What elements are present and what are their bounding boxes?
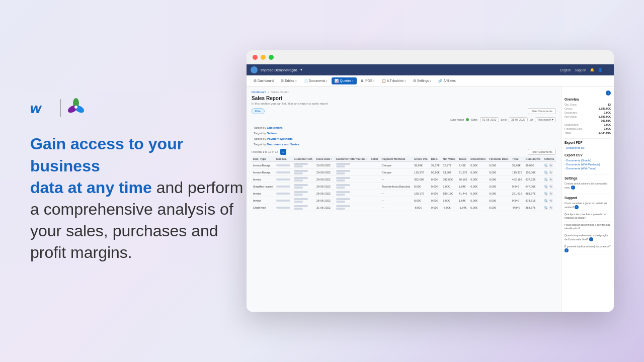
bell-icon[interactable]: 🔔	[590, 68, 594, 72]
target-payment-methods[interactable]: Target by Payment Methods	[252, 136, 556, 141]
cell-seller	[369, 183, 380, 190]
cell-disc: 0,00€	[430, 204, 441, 211]
support-q4[interactable]: Quando é que devo usar a designação de C…	[565, 234, 611, 243]
export-csv-simple-link[interactable]: - Documents (Simple)	[565, 159, 611, 162]
support-q5[interactable]: É possível duplicar (clonar) documentos?…	[565, 245, 611, 254]
filter-documents-btn[interactable]: Filter Documents	[528, 108, 556, 114]
cell-customer-ref	[292, 204, 315, 211]
table-row: Invoice 28-08-2022 — 8,00€ 0,00€ 8,00€ 1…	[252, 197, 556, 204]
col-actions: Actions	[542, 156, 556, 162]
cell-total: -9,84€	[511, 204, 524, 211]
cell-date: 28-08-2022	[315, 197, 335, 204]
date-preset-select[interactable]: This month ▾	[535, 117, 556, 122]
view-action[interactable]: 🔍	[544, 170, 548, 174]
view-action[interactable]: 🔍	[544, 206, 548, 210]
cell-customer-info	[335, 169, 370, 176]
lang-selector[interactable]: English	[560, 68, 571, 72]
edit-action[interactable]: ✎	[549, 199, 553, 203]
nav-tributorio[interactable]: 📋 A Tributório ▾	[379, 77, 409, 84]
cell-taxes: 1,84€	[457, 183, 469, 190]
col-customer-ref: Customer Ref.	[292, 156, 315, 162]
cell-gross: 8,00€	[413, 183, 430, 190]
view-action[interactable]: 🔍	[544, 185, 548, 189]
nav-affiliates[interactable]: 🔗 Affiliates	[435, 77, 458, 84]
sidebar-total-row: Total: 1.424,95€	[565, 131, 611, 134]
nav-dashboard[interactable]: ⊞ Dashboard	[251, 77, 277, 84]
filter-tag[interactable]: Filter	[252, 108, 265, 114]
support-q1[interactable]: Como consultar a gerar um extrato de ven…	[565, 202, 611, 211]
settings-section: Settings Choose which columns do you wan…	[565, 176, 611, 190]
cell-date: 28-08-2022	[315, 183, 335, 190]
view-action[interactable]: 🔍	[544, 192, 548, 196]
cell-date: 28-08-2022	[315, 176, 335, 183]
info-button[interactable]: i	[606, 90, 611, 96]
more-icon[interactable]: ⋮	[606, 68, 610, 72]
date-start-input[interactable]: 01-08-2022	[480, 117, 499, 122]
cell-payment: Cheque	[380, 169, 413, 176]
close-button[interactable]	[253, 55, 258, 60]
nav-tables[interactable]: ⊞ Tables ▾	[278, 77, 300, 84]
minimize-button[interactable]	[261, 55, 266, 60]
col-payment: Payment Methods	[380, 156, 413, 162]
edit-action[interactable]: ✎	[549, 177, 553, 182]
cell-net: 392,00€	[441, 176, 457, 183]
edit-action[interactable]: ✎	[549, 170, 553, 174]
target-customers[interactable]: Target by Customers	[252, 125, 556, 130]
page-number[interactable]: 1	[280, 149, 286, 155]
edit-action[interactable]: ✎	[549, 163, 553, 167]
cell-ded: 0,00€	[469, 197, 488, 204]
filter-documents-btn2[interactable]: Filter Documents	[528, 149, 556, 155]
col-gross: Gross Vol.	[413, 156, 430, 162]
cell-payment: Transferência Bancária	[380, 183, 413, 190]
target-sellers[interactable]: Target by Sellers	[252, 131, 556, 136]
export-pdf-title: Export PDF	[565, 141, 611, 144]
nav-settings[interactable]: ⚙ Settings ▾	[410, 77, 435, 84]
support-q3[interactable]: Posso passar documentos a clientes não i…	[565, 223, 611, 232]
chevron-down-icon: ▾	[430, 79, 431, 82]
breadcrumb: Dashboard / Sales Report	[252, 90, 556, 94]
edit-action[interactable]: ✎	[549, 192, 553, 196]
export-pdf-docs-link[interactable]: - Documents list	[565, 146, 611, 149]
cell-ded: 0,00€	[469, 169, 488, 176]
svg-point-4	[74, 106, 77, 109]
view-action[interactable]: 🔍	[544, 163, 548, 167]
breadcrumb-dashboard[interactable]: Dashboard	[252, 90, 266, 94]
app-navbar: ⊞ Dashboard ⊞ Tables ▾ 📄 Documents ▾ 📊 Q…	[247, 75, 614, 86]
cell-payment: —	[380, 176, 413, 183]
cell-net: 180,17€	[441, 190, 457, 197]
date-end-input[interactable]: 31-08-2022	[509, 117, 528, 122]
edit-action[interactable]: ✎	[549, 185, 553, 189]
date-active-indicator	[466, 118, 469, 121]
export-csv-products-link[interactable]: - Documents (With Products)	[565, 163, 611, 166]
cell-customer-ref	[292, 190, 315, 197]
col-fin: Financial Disc.	[488, 156, 511, 162]
cell-customer-info	[335, 204, 370, 211]
table-row: Invoice 28-08-2022 — 180,17€ 0,00€ 180,1…	[252, 190, 556, 197]
maximize-button[interactable]	[269, 55, 274, 60]
net-value: 1.583,90€	[599, 115, 611, 118]
browser-titlebar	[247, 50, 614, 64]
cell-seller	[369, 169, 380, 176]
cell-doc-no	[275, 162, 292, 169]
logo-divider	[60, 99, 61, 117]
col-customer-info: Customer Information ↕	[335, 156, 370, 162]
info-icon2: i	[589, 237, 593, 241]
support-q2[interactable]: Que tipos de consultas a posso fazer rel…	[565, 213, 611, 222]
target-documents-series[interactable]: Target by Documents and Series	[252, 142, 556, 147]
cell-date: 26-08-2022	[315, 169, 335, 176]
edit-action[interactable]: ✎	[549, 206, 553, 210]
view-action[interactable]: 🔍	[544, 199, 548, 203]
chevron-down-icon: ▾	[295, 79, 297, 82]
export-csv-taxes-link[interactable]: - Documents (With Taxes)	[565, 167, 611, 170]
view-action[interactable]: 🔍	[544, 177, 548, 182]
user-icon[interactable]: 👤	[598, 68, 602, 72]
nav-label: Dashboard	[258, 79, 274, 82]
nav-queries[interactable]: 📊 Queries ▾	[332, 77, 357, 84]
nav-pos[interactable]: 🖥 POS ▾	[358, 77, 378, 84]
support-link[interactable]: Support	[575, 68, 586, 72]
app-logo	[251, 66, 258, 73]
cell-fin: 0,00€	[488, 169, 511, 176]
cell-doc-no	[275, 183, 292, 190]
settings-info-icon[interactable]: i	[571, 186, 575, 190]
nav-documents[interactable]: 📄 Documents ▾	[301, 77, 331, 84]
